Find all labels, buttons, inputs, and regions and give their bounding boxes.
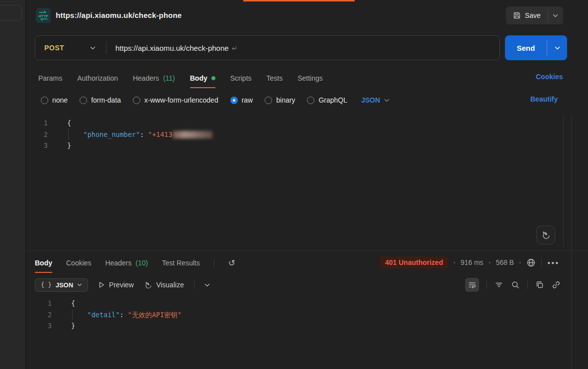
tab-body[interactable]: Body <box>190 70 215 86</box>
radio-urlencoded[interactable]: x-www-form-urlencoded <box>133 96 218 104</box>
url-input[interactable]: https://api.xiaomu.uk/check-phone↵ <box>107 44 237 52</box>
redacted-phone-blur <box>173 131 212 138</box>
json-key: "phone_number" <box>84 130 140 138</box>
tab-body-label: Body <box>190 74 207 82</box>
response-tabs: Body Cookies Headers (10) Test Results ↺ <box>35 254 235 271</box>
response-format-label: JSON <box>56 281 73 289</box>
save-icon <box>513 11 521 19</box>
response-tab-test-results[interactable]: Test Results <box>162 255 199 271</box>
response-time[interactable]: 916 ms <box>461 258 484 266</box>
code-content: { <box>59 298 75 309</box>
response-body-editor[interactable]: 1 { 2 "detail": "无效的API密钥" 3 } <box>26 298 571 332</box>
json-value-partial: "+1413 <box>148 130 173 138</box>
cookies-link[interactable]: Cookies <box>536 73 563 81</box>
radio-raw[interactable]: raw <box>230 96 253 104</box>
send-options-button[interactable] <box>547 35 567 60</box>
radio-binary[interactable]: binary <box>265 96 295 104</box>
sidebar-collapsed-panel[interactable] <box>0 5 22 21</box>
method-selector[interactable]: POST <box>35 44 90 52</box>
radio-binary-label: binary <box>276 96 295 104</box>
radio-graphql-label: GraphQL <box>318 96 347 104</box>
response-size[interactable]: 568 B <box>496 258 514 266</box>
code-line: 1 { <box>26 118 571 129</box>
tab-headers-label: Headers <box>133 74 159 82</box>
line-number: 2 <box>26 309 59 321</box>
method-selector-chevron[interactable] <box>90 46 105 50</box>
response-tab-body[interactable]: Body <box>35 255 52 271</box>
save-button[interactable]: Save <box>506 6 548 24</box>
network-info-button[interactable] <box>526 258 536 267</box>
body-format-label: JSON <box>361 96 380 104</box>
radio-none[interactable]: none <box>41 96 68 104</box>
separator-dot <box>454 262 455 263</box>
postbot-button[interactable] <box>536 226 555 245</box>
play-outline-icon <box>98 281 105 288</box>
share-link-button[interactable] <box>552 280 561 289</box>
visualize-button[interactable]: Visualize <box>144 281 184 289</box>
more-options-icon[interactable]: ●●● <box>547 260 559 265</box>
response-tab-headers-label: Headers <box>105 259 132 267</box>
code-line: 2 "phone_number": "+1413 <box>26 129 571 140</box>
response-toolbar: { } JSON Preview Visualize <box>35 277 210 293</box>
separator-dot <box>489 262 490 263</box>
response-format-dropdown[interactable]: { } JSON <box>35 278 88 292</box>
postbot-sparkle-icon <box>541 230 551 240</box>
response-action-icons <box>465 277 561 292</box>
radio-selected-icon <box>230 97 238 104</box>
tab-params-label: Params <box>38 74 62 82</box>
line-number: 2 <box>26 129 55 140</box>
chevron-down-icon <box>77 283 82 286</box>
request-body-editor[interactable]: 1 { 2 "phone_number": "+1413 3 } <box>26 118 571 151</box>
toolbar-divider <box>214 259 214 267</box>
radio-raw-label: raw <box>242 96 253 104</box>
right-panel-divider <box>571 115 572 369</box>
tab-params[interactable]: Params <box>38 70 62 86</box>
search-button[interactable] <box>511 280 520 289</box>
tab-headers-count: (11) <box>163 74 175 82</box>
tab-headers[interactable]: Headers (11) <box>133 70 175 86</box>
send-button[interactable]: Send <box>505 35 547 60</box>
preview-button[interactable]: Preview <box>98 281 134 289</box>
beautify-link[interactable]: Beautify <box>530 95 558 103</box>
active-tab-underline <box>190 87 215 88</box>
tab-tests[interactable]: Tests <box>267 70 283 86</box>
svg-text:HTTP: HTTP <box>38 14 48 18</box>
url-enter-hint: ↵ <box>229 44 238 52</box>
code-content: } <box>55 140 71 151</box>
tab-scripts-label: Scripts <box>230 74 252 82</box>
tab-scripts[interactable]: Scripts <box>230 70 252 86</box>
response-tab-test-results-label: Test Results <box>162 259 199 267</box>
tab-settings[interactable]: Settings <box>297 70 323 86</box>
json-key: "detail" <box>88 311 120 319</box>
preview-label: Preview <box>109 281 134 289</box>
status-badge[interactable]: 401 Unauthorized <box>380 256 448 268</box>
save-button-label: Save <box>525 11 541 19</box>
save-options-button[interactable] <box>548 6 563 24</box>
response-history-icon[interactable]: ↺ <box>228 259 235 267</box>
radio-circle-icon <box>307 97 314 104</box>
radio-form-data[interactable]: form-data <box>80 96 121 104</box>
radio-graphql[interactable]: GraphQL <box>307 96 347 104</box>
chevron-down-icon <box>553 14 558 17</box>
postman-app-window: HTTP https://api.xiaomu.uk/check-phone S… <box>0 0 588 369</box>
body-format-dropdown[interactable]: JSON <box>361 96 390 104</box>
response-tab-body-label: Body <box>35 259 52 267</box>
left-sidebar <box>0 0 26 369</box>
response-tab-cookies[interactable]: Cookies <box>66 255 92 271</box>
code-line: 3 } <box>26 320 571 332</box>
wrap-text-button[interactable] <box>465 278 479 292</box>
indent-guide <box>68 129 69 140</box>
more-formats-chevron[interactable] <box>204 283 210 287</box>
filter-button[interactable] <box>494 280 503 289</box>
visualize-sparkle-icon <box>144 281 152 289</box>
globe-icon <box>526 258 536 267</box>
editor-scrollbar-track[interactable] <box>563 116 564 246</box>
copy-button[interactable] <box>535 280 544 289</box>
toolbar-divider <box>527 281 528 289</box>
link-icon <box>552 280 561 289</box>
response-section-divider[interactable] <box>26 250 588 251</box>
toolbar-divider <box>487 281 487 289</box>
response-tab-headers[interactable]: Headers (10) <box>105 255 148 271</box>
tab-authorization[interactable]: Authorization <box>77 70 118 86</box>
body-modified-dot <box>211 76 215 80</box>
